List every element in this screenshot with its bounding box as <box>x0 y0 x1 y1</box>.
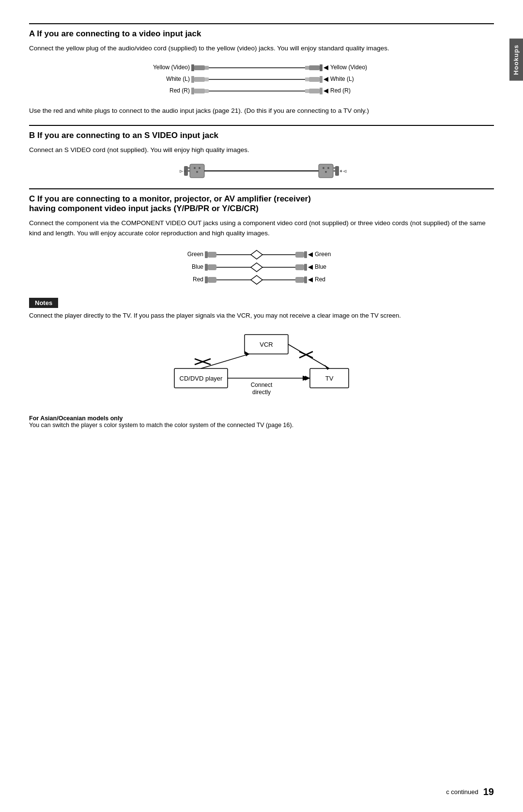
section-c-title: C If you are connecting to a monitor, pr… <box>29 194 494 214</box>
svg-rect-8 <box>309 65 320 70</box>
svg-text:⊳✦: ⊳✦ <box>179 169 187 174</box>
svg-rect-17 <box>309 77 320 82</box>
svg-text:Blue: Blue <box>315 263 326 270</box>
rca-diagram-a: Yellow (Video) White (L) Red (R) Yellow … <box>29 61 494 99</box>
svg-rect-7 <box>305 66 309 70</box>
svg-rect-56 <box>205 276 208 283</box>
page-number: 19 <box>483 786 494 797</box>
svg-text:Green: Green <box>187 251 203 258</box>
svg-rect-27 <box>320 88 323 94</box>
svg-text:Connect: Connect <box>251 382 273 388</box>
svg-rect-4 <box>194 65 205 70</box>
svg-text:Green: Green <box>315 251 331 258</box>
section-a-title: A If you are connecting to a video input… <box>29 29 494 39</box>
svg-rect-23 <box>205 89 209 93</box>
svg-rect-44 <box>335 166 339 176</box>
svg-marker-73 <box>251 276 262 284</box>
asian-note-title: For Asian/Oceanian models only <box>29 415 123 422</box>
svg-text:VCR: VCR <box>260 341 273 348</box>
svg-text:Red (R): Red (R) <box>169 87 190 94</box>
svg-rect-53 <box>205 264 208 271</box>
svg-rect-21 <box>191 88 194 94</box>
svg-marker-69 <box>308 277 313 282</box>
svg-text:Yellow (Video): Yellow (Video) <box>153 64 190 71</box>
notes-text: Connect the player directly to the TV. I… <box>29 311 494 321</box>
svg-rect-68 <box>304 276 307 283</box>
svg-text:Blue: Blue <box>192 263 203 270</box>
svg-rect-3 <box>191 64 194 71</box>
svg-marker-28 <box>323 89 328 93</box>
section-a-body1: Connect the yellow plug of the audio/vid… <box>29 44 494 54</box>
svg-rect-60 <box>304 251 307 258</box>
svg-marker-19 <box>323 77 328 82</box>
svg-text:✦⊲: ✦⊲ <box>339 169 347 174</box>
svg-rect-51 <box>208 252 216 258</box>
svg-text:CD/DVD player: CD/DVD player <box>180 375 223 382</box>
svg-point-36 <box>196 171 198 173</box>
svg-rect-13 <box>194 77 205 82</box>
svg-marker-71 <box>251 250 262 259</box>
section-c-body: Connect the component via the COMPONENT … <box>29 218 494 239</box>
svg-rect-42 <box>333 167 335 169</box>
vcr-diagram: VCR TV CD/DVD player <box>29 330 494 407</box>
svg-line-80 <box>201 354 249 368</box>
svg-marker-72 <box>251 263 262 272</box>
svg-rect-54 <box>208 264 216 270</box>
svg-rect-5 <box>205 66 209 70</box>
svg-rect-16 <box>305 77 309 81</box>
svg-text:Yellow (Video): Yellow (Video) <box>330 64 367 71</box>
page-container: Hookups A If you are connecting to a vid… <box>0 0 523 812</box>
section-a-body2: Use the red and white plugs to connect t… <box>29 106 494 116</box>
svg-rect-64 <box>304 264 307 271</box>
svg-point-35 <box>199 167 200 169</box>
svg-text:TV: TV <box>325 375 334 382</box>
svg-rect-59 <box>295 252 304 258</box>
svg-point-39 <box>323 167 324 169</box>
page-footer: c continued 19 <box>446 786 494 797</box>
svg-rect-14 <box>205 77 209 81</box>
svg-point-40 <box>327 167 329 169</box>
svg-text:White (L): White (L) <box>330 76 354 82</box>
section-b-body: Connect an S VIDEO cord (not supplied). … <box>29 145 494 155</box>
svg-rect-9 <box>320 64 323 71</box>
svg-point-34 <box>194 167 196 169</box>
section-b-title: B If you are connecting to an S VIDEO in… <box>29 131 494 140</box>
asian-note-text: You can switch the player s color system… <box>29 422 293 429</box>
section-a-divider <box>29 23 494 24</box>
notes-label: Notes <box>29 298 58 308</box>
svg-marker-90 <box>305 376 310 381</box>
svg-marker-65 <box>308 265 313 270</box>
svg-rect-25 <box>305 89 309 93</box>
svg-rect-26 <box>309 89 320 93</box>
continued-text: c continued <box>446 788 478 796</box>
component-diagram: Green Blue Red Green <box>29 245 494 289</box>
svg-rect-43 <box>333 170 335 172</box>
section-c-divider <box>29 188 494 189</box>
svg-rect-22 <box>194 89 205 93</box>
sidebar-tab: Hookups <box>509 39 523 81</box>
svg-rect-57 <box>208 277 216 283</box>
svg-text:Red: Red <box>193 276 203 283</box>
svg-marker-10 <box>323 65 328 70</box>
svg-point-41 <box>325 171 327 173</box>
svg-rect-63 <box>295 264 304 270</box>
asian-note: For Asian/Oceanian models only You can s… <box>29 415 494 429</box>
svg-rect-18 <box>320 76 323 83</box>
svideo-diagram: ⊳✦ ✦⊲ <box>29 162 494 180</box>
svg-rect-31 <box>188 167 190 169</box>
svg-rect-12 <box>191 76 194 83</box>
svg-text:directly: directly <box>252 389 271 396</box>
svg-text:Red: Red <box>315 276 325 283</box>
svg-marker-61 <box>308 252 313 257</box>
section-b-divider <box>29 125 494 126</box>
notes-box: Notes Connect the player directly to the… <box>29 298 494 321</box>
svg-text:Red (R): Red (R) <box>330 87 351 94</box>
svg-text:White (L): White (L) <box>166 76 190 82</box>
svg-rect-32 <box>188 170 190 172</box>
svg-rect-67 <box>295 277 304 283</box>
svg-rect-50 <box>205 251 208 258</box>
